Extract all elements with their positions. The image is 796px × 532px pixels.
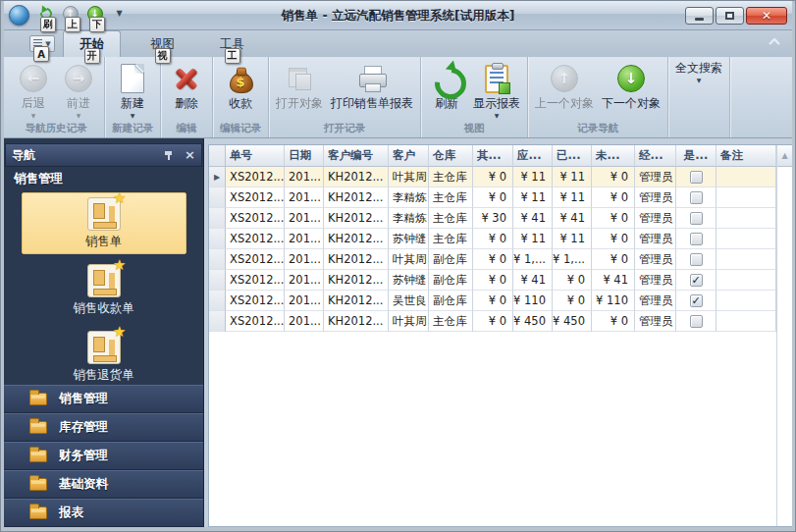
ribbon-button-全文搜索[interactable]: 全文搜索▼ xyxy=(671,59,726,83)
table-row[interactable]: XS2012...201...KH2012...李精炼主仓库¥ 0¥ 11¥ 1… xyxy=(209,187,776,208)
nav-section-报表[interactable]: 报表 xyxy=(4,499,203,527)
cell-note xyxy=(716,187,776,208)
ribbon-button-label: 下一个对象 xyxy=(602,96,661,111)
column-header-其...[interactable]: 其... xyxy=(473,145,513,167)
ribbon-button-收款[interactable]: 收款 xyxy=(218,59,263,111)
cell: 副仓库 xyxy=(429,249,473,270)
cell-checkbox xyxy=(676,167,716,187)
table-row[interactable]: ▶XS2012...201...KH2012...叶其周主仓库¥ 0¥ 11¥ … xyxy=(209,167,776,187)
table-row[interactable]: XS2012...201...KH2012...李精炼主仓库¥ 30¥ 41¥ … xyxy=(209,208,776,229)
restore-button[interactable] xyxy=(716,7,744,25)
cell: 李精炼 xyxy=(389,187,429,208)
close-button[interactable]: ✕ xyxy=(746,7,787,25)
cell: 201... xyxy=(285,270,324,291)
icon-box xyxy=(173,61,200,96)
cell: ¥ 41 xyxy=(553,208,592,229)
ribbon-group-label: 导航历史记录 xyxy=(11,122,101,137)
form-star-icon xyxy=(87,264,121,297)
nav-item-销售单[interactable]: 销售单 xyxy=(22,192,186,254)
report-clipboard-icon xyxy=(485,65,508,93)
cell-checkbox: ✓ xyxy=(676,270,716,291)
column-header-单号[interactable]: 单号 xyxy=(226,145,285,167)
cell: ¥ 11 xyxy=(513,167,553,187)
ribbon-button-label: 后退 xyxy=(22,96,45,111)
cell: 副仓库 xyxy=(429,270,473,291)
ribbon-button-显示报表[interactable]: 显示报表▼ xyxy=(469,59,524,119)
cell: 201... xyxy=(285,208,324,229)
column-header-是...[interactable]: 是... xyxy=(676,145,716,167)
cell-note xyxy=(716,208,776,229)
nav-section-财务管理[interactable]: 财务管理 xyxy=(4,442,203,470)
minimize-button[interactable] xyxy=(685,7,714,25)
open-object-icon xyxy=(287,66,312,91)
collapse-ribbon-button[interactable] xyxy=(769,38,780,46)
ribbon-body: 后退▼前进▼导航历史记录新建▼新建记录删除编辑收款编辑记录打开对象打印销售单报表… xyxy=(4,57,792,138)
ribbon-button-下一个对象[interactable]: 下一个对象 xyxy=(598,59,664,111)
checkbox-icon[interactable] xyxy=(690,171,703,184)
cell: 李精炼 xyxy=(389,208,429,229)
checkbox-icon[interactable] xyxy=(690,253,703,266)
window-title: 销售单 - 立远汽配销售管理系统[试用版本] xyxy=(4,1,792,30)
table-row[interactable]: XS2012...201...KH2012...叶其周副仓库¥ 0¥ 1,...… xyxy=(209,249,776,270)
tab-开始[interactable]: 开始开 xyxy=(63,30,121,57)
cell: ¥ 0 xyxy=(592,187,635,208)
form-star-icon xyxy=(87,197,121,231)
grid-scrollbar[interactable]: ▲ xyxy=(776,145,792,526)
cell: 201... xyxy=(285,311,324,332)
column-header-客户编号[interactable]: 客户编号 xyxy=(324,145,389,167)
icon-box xyxy=(432,61,461,96)
ribbon-button-打开对象[interactable]: 打开对象 xyxy=(272,59,327,111)
column-header-已...[interactable]: 已... xyxy=(553,145,592,167)
cell: ¥ 0 xyxy=(473,270,513,291)
tab-工具[interactable]: 工具工 xyxy=(204,31,260,57)
keytip-badge: 视 xyxy=(155,48,171,64)
nav-close-icon[interactable]: × xyxy=(185,149,195,161)
column-header-未...[interactable]: 未... xyxy=(592,145,635,167)
ribbon-button-上一个对象[interactable]: 上一个对象 xyxy=(531,59,598,111)
cell-note xyxy=(716,270,776,291)
money-bag-icon xyxy=(227,64,254,93)
ribbon-group-label: 视图 xyxy=(424,122,524,137)
checkbox-icon[interactable] xyxy=(690,212,703,225)
table-row[interactable]: XS2012...201...KH2012...苏钟缝副仓库¥ 0¥ 41¥ 0… xyxy=(209,270,776,291)
nav-section-label: 销售管理 xyxy=(59,391,108,407)
ribbon-group: 刷新显示报表▼视图 xyxy=(421,57,528,137)
checkbox-icon[interactable] xyxy=(690,191,703,204)
column-header-仓库[interactable]: 仓库 xyxy=(429,145,473,167)
cell: XS2012... xyxy=(226,167,285,187)
keytip-badge: 开 xyxy=(84,48,100,64)
nav-section-销售管理[interactable]: 销售管理 xyxy=(4,385,203,413)
table-row[interactable]: XS2012...201...KH2012...叶其周主仓库¥ 0¥ 450¥ … xyxy=(209,311,776,332)
column-header-日期[interactable]: 日期 xyxy=(285,145,324,167)
cell: ¥ 0 xyxy=(473,187,513,208)
ribbon-button-打印销售单报表[interactable]: 打印销售单报表 xyxy=(327,59,417,111)
column-header-备注[interactable]: 备注 xyxy=(716,145,776,167)
column-header-客户[interactable]: 客户 xyxy=(389,145,429,167)
grid-header-row: 单号日期客户编号客户仓库其...应...已...未...经...是...备注 xyxy=(209,145,776,167)
cell: ¥ 0 xyxy=(473,311,513,332)
checkbox-icon[interactable] xyxy=(690,233,703,245)
table-row[interactable]: XS2012...201...KH2012...苏钟缝主仓库¥ 0¥ 11¥ 1… xyxy=(209,229,776,249)
nav-items: 销售单销售收款单销售退货单▼ xyxy=(4,190,203,385)
pin-icon[interactable] xyxy=(163,149,175,161)
table-row[interactable]: XS2012...201...KH2012...吴世良副仓库¥ 0¥ 110¥ … xyxy=(209,291,776,311)
nav-section-库存管理[interactable]: 库存管理 xyxy=(4,413,203,442)
checkbox-checked-icon[interactable]: ✓ xyxy=(690,294,703,307)
ribbon-button-前进[interactable]: 前进▼ xyxy=(56,59,101,119)
checkbox-checked-icon[interactable]: ✓ xyxy=(690,274,703,287)
ribbon-button-删除[interactable]: 删除 xyxy=(164,59,209,111)
cell: ¥ 110 xyxy=(513,291,553,311)
column-header-经...[interactable]: 经... xyxy=(635,145,676,167)
column-header-应...[interactable]: 应... xyxy=(513,145,553,167)
checkbox-icon[interactable] xyxy=(690,315,703,328)
nav-section-基础资料[interactable]: 基础资料 xyxy=(4,470,203,499)
ribbon-button-刷新[interactable]: 刷新 xyxy=(424,59,469,111)
nav-item-销售收款单[interactable]: 销售收款单 xyxy=(22,259,186,321)
ribbon-button-后退[interactable]: 后退▼ xyxy=(11,59,56,119)
row-indicator xyxy=(209,311,226,332)
nav-item-销售退货单[interactable]: 销售退货单 xyxy=(22,326,186,385)
icon-box xyxy=(287,61,312,96)
tab-视图[interactable]: 视图视 xyxy=(134,31,190,57)
icon-box xyxy=(20,61,47,96)
ribbon-button-新建[interactable]: 新建▼ xyxy=(110,59,155,119)
